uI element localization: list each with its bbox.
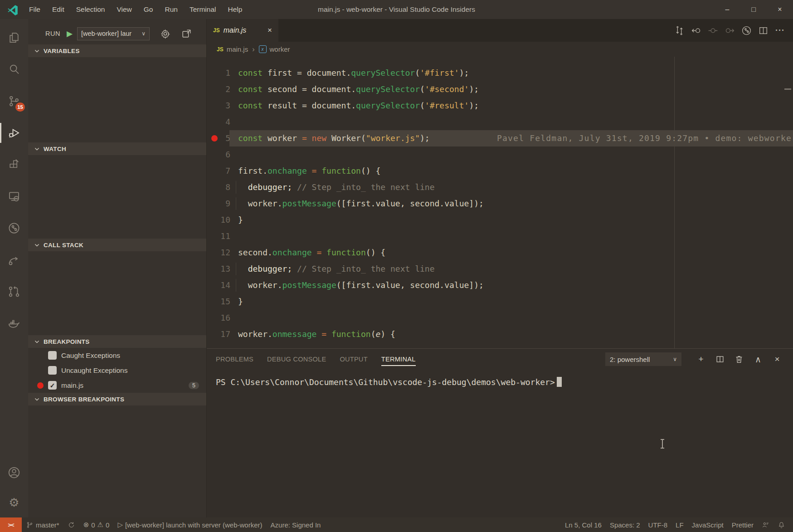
activity-item-profile[interactable] (0, 212, 28, 244)
code-line-1[interactable]: 1const first = document.querySelector('#… (207, 65, 793, 81)
activity-item-source-control[interactable]: 15 (0, 85, 28, 117)
activity-item-live-share[interactable] (0, 244, 28, 276)
launch-item[interactable]: ▷ [web-worker] launch with server (web-w… (113, 517, 266, 532)
checkbox-uncaught-exceptions[interactable] (48, 366, 57, 375)
start-debugging-button[interactable]: ▶ (67, 29, 73, 39)
terminal-cursor (557, 377, 562, 387)
navigate-back-icon (691, 25, 702, 36)
cursor-position-item[interactable]: Ln 5, Col 16 (561, 517, 606, 532)
activity-item-pull-requests[interactable] (0, 276, 28, 307)
navigate-back-button[interactable] (688, 25, 705, 36)
git-branch-item[interactable]: master* (22, 517, 63, 532)
activity-item-remote-explorer[interactable] (0, 181, 28, 212)
formatter-item[interactable]: Prettier (728, 517, 758, 532)
code-line-2[interactable]: 2const second = document.querySelector('… (207, 81, 793, 98)
activity-item-extensions[interactable] (0, 149, 28, 181)
sync-button[interactable] (63, 517, 79, 532)
code-editor[interactable]: 1const first = document.querySelector('#… (207, 57, 793, 348)
close-button[interactable]: × (767, 0, 793, 19)
code-line-4[interactable]: 4 (207, 114, 793, 130)
code-line-13[interactable]: 13 debugger; // Step _into_ the next lin… (207, 261, 793, 277)
menu-file[interactable]: File (23, 0, 46, 19)
settings-button[interactable]: ⚙ (0, 488, 28, 517)
indentation-item[interactable]: Spaces: 2 (606, 517, 644, 532)
terminal-picker-dropdown[interactable]: 2: powershell ∨ (605, 352, 681, 366)
close-tab-icon[interactable]: × (267, 26, 273, 35)
maximize-button[interactable]: □ (740, 0, 767, 19)
navigate-forward-button[interactable] (721, 25, 738, 36)
kill-terminal-button[interactable] (730, 354, 749, 364)
menu-run[interactable]: Run (159, 0, 183, 19)
git-branch-icon (26, 521, 34, 529)
code-line-14[interactable]: 14 worker.postMessage([first.value, seco… (207, 277, 793, 293)
checkbox-mainjs[interactable]: ✓ (48, 381, 57, 390)
code-line-12[interactable]: 12second.onchange = function() { (207, 244, 793, 261)
panel-tab-debug-console[interactable]: DEBUG CONSOLE (267, 349, 326, 369)
code-line-3[interactable]: 3const result = document.querySelector('… (207, 98, 793, 114)
feedback-button[interactable] (758, 517, 774, 532)
menu-view[interactable]: View (111, 0, 137, 19)
checkbox-caught-exceptions[interactable] (48, 351, 57, 360)
section-breakpoints[interactable]: BREAKPOINTS (28, 335, 206, 348)
tab-mainjs[interactable]: JS main.js × (207, 19, 278, 42)
breakpoint-row-caught-exceptions[interactable]: Caught Exceptions (28, 348, 206, 363)
breakpoint-row-uncaught-exceptions[interactable]: Uncaught Exceptions (28, 363, 206, 378)
overview-ruler-decoration (784, 88, 791, 90)
minimize-button[interactable]: – (714, 0, 740, 19)
breadcrumb-symbol[interactable]: worker (270, 45, 290, 53)
code-line-8[interactable]: 8 debugger; // Step _into_ the next line (207, 179, 793, 195)
configure-launch-button[interactable] (160, 28, 171, 39)
current-change-button[interactable] (705, 25, 721, 36)
menu-selection[interactable]: Selection (70, 0, 111, 19)
terminal[interactable]: PS C:\Users\Connor\Documents\Github\vsco… (207, 370, 793, 517)
remote-indicator[interactable]: >< (0, 517, 22, 532)
panel-tab-terminal[interactable]: TERMINAL (381, 349, 416, 369)
close-panel-button[interactable]: × (768, 354, 787, 364)
section-call-stack[interactable]: CALL STACK (28, 239, 206, 251)
breakpoint-count-badge: 5 (189, 382, 199, 389)
breakpoint-row-mainjs[interactable]: ✓ main.js 5 (28, 378, 206, 393)
code-line-9[interactable]: 9 worker.postMessage([first.value, secon… (207, 195, 793, 212)
split-terminal-button[interactable] (710, 354, 730, 364)
launch-config-dropdown[interactable]: [web-worker] laur ∨ (77, 27, 150, 40)
azure-item[interactable]: Azure: Signed In (267, 517, 325, 532)
activity-item-run-debug[interactable] (0, 117, 28, 149)
code-line-11[interactable]: 11 (207, 228, 793, 244)
breakpoints-list: Caught Exceptions Uncaught Exceptions ✓ … (28, 348, 206, 393)
code-line-16[interactable]: 16 (207, 310, 793, 326)
maximize-panel-button[interactable]: ∧ (749, 354, 768, 365)
menu-help[interactable]: Help (222, 0, 248, 19)
encoding-item[interactable]: UTF-8 (644, 517, 672, 532)
accounts-button[interactable] (0, 458, 28, 488)
activity-item-search[interactable] (0, 54, 28, 85)
section-watch[interactable]: WATCH (28, 142, 206, 155)
eol-item[interactable]: LF (671, 517, 688, 532)
code-line-10[interactable]: 10} (207, 212, 793, 228)
open-changes-button[interactable] (671, 25, 688, 36)
notifications-button[interactable] (774, 517, 789, 532)
code-text: const result = document.querySelector('#… (238, 98, 479, 114)
activity-item-explorer[interactable] (0, 22, 28, 54)
panel-tab-problems[interactable]: PROBLEMS (216, 349, 253, 369)
menu-edit[interactable]: Edit (46, 0, 70, 19)
open-debug-console-button[interactable] (181, 28, 192, 39)
language-mode-item[interactable]: JavaScript (688, 517, 728, 532)
menu-go[interactable]: Go (138, 0, 159, 19)
panel-tab-output[interactable]: OUTPUT (340, 349, 367, 369)
menu-terminal[interactable]: Terminal (184, 0, 222, 19)
problems-item[interactable]: ⊗ 0 ⚠ 0 (79, 517, 114, 532)
activity-item-docker[interactable] (0, 307, 28, 339)
code-line-6[interactable]: 6 (207, 146, 793, 163)
code-line-5[interactable]: 5const worker = new Worker("worker.js");… (207, 130, 793, 146)
new-terminal-button[interactable]: + (691, 354, 710, 364)
section-browser-breakpoints[interactable]: BROWSER BREAKPOINTS (28, 393, 206, 405)
more-actions-button[interactable]: ··· (772, 26, 788, 35)
section-breakpoints-label: BREAKPOINTS (44, 338, 90, 345)
breadcrumb-file[interactable]: main.js (227, 45, 248, 53)
section-variables[interactable]: VARIABLES (28, 44, 206, 57)
code-line-15[interactable]: 15} (207, 293, 793, 310)
code-line-17[interactable]: 17worker.onmessage = function(e) { (207, 326, 793, 342)
profile-button[interactable] (738, 25, 755, 36)
split-editor-button[interactable] (755, 25, 772, 36)
code-line-7[interactable]: 7first.onchange = function() { (207, 163, 793, 179)
